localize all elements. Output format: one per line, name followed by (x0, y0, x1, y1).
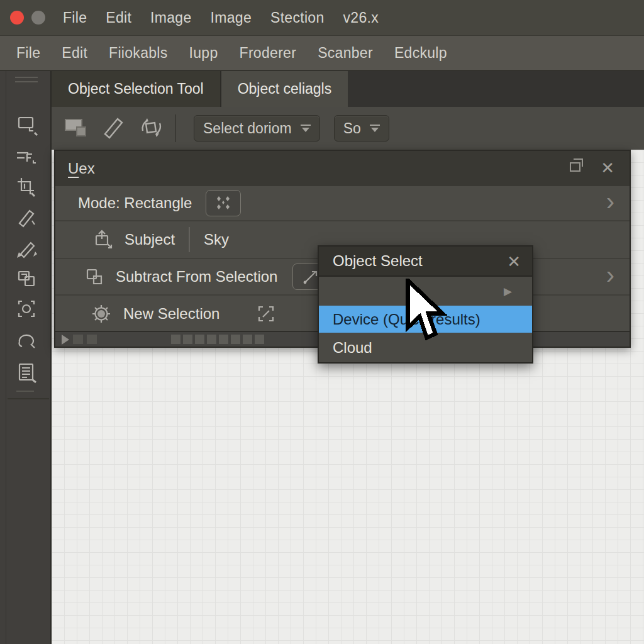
secondary-dropdown-value: So (343, 120, 361, 137)
brush-tool-icon[interactable] (14, 236, 38, 260)
menu2-iupp[interactable]: Iupp (189, 45, 218, 62)
tab-object-selection-tool[interactable]: Object Selection Tool (52, 71, 221, 107)
close-window-button[interactable] (10, 11, 24, 25)
menu-version: v26.x (343, 9, 379, 26)
duplicate-layers-tool-icon[interactable] (14, 266, 38, 290)
sky-label[interactable]: Sky (204, 231, 229, 248)
strip-square-group (171, 335, 264, 344)
minimize-window-button[interactable] (31, 11, 45, 25)
menu-image-2[interactable]: Image (211, 9, 252, 26)
new-selection-gear-icon (89, 302, 113, 326)
menu2-fiiokabls[interactable]: Fiiokabls (109, 45, 167, 62)
close-icon[interactable]: ✕ (507, 253, 521, 270)
layers-icon[interactable] (62, 116, 91, 141)
lasso-tool-icon[interactable] (14, 328, 38, 352)
mode-label: Mode: Rectangle (78, 194, 192, 212)
expand-icon[interactable] (255, 303, 277, 325)
uex-panel-header[interactable]: Uex ✕ (55, 151, 630, 186)
menu-bar: File Edit Fiiokabls Iupp Froderer Scanbe… (0, 36, 644, 71)
menu-stection[interactable]: Stection (270, 9, 325, 26)
sidebar-separator (8, 398, 49, 399)
menu-file[interactable]: File (63, 9, 87, 26)
sparkle-button[interactable] (206, 190, 241, 216)
pencil-tool-icon[interactable] (14, 204, 38, 228)
selection-mode-dropdown[interactable]: Select doriom (194, 115, 320, 142)
top-menu: File Edit Image Image Stection v26.x (63, 9, 379, 26)
dropdown-arrow-icon (301, 125, 311, 132)
restore-window-icon[interactable] (570, 162, 580, 172)
options-toolbar: Select doriom So (52, 107, 644, 150)
tab-object-celiagls[interactable]: Object celiagls (221, 71, 348, 107)
menu-edit[interactable]: Edit (106, 9, 131, 26)
menu2-scanber[interactable]: Scanber (318, 45, 373, 62)
strip-square (87, 335, 97, 344)
menu2-edckulp[interactable]: Edckulp (394, 45, 447, 62)
chevron-right-icon[interactable]: › (606, 189, 614, 214)
sidebar-separator (16, 391, 34, 392)
sparkle-icon (213, 194, 234, 213)
mode-row[interactable]: Mode: Rectangle › (55, 186, 630, 221)
menu2-edit[interactable]: Edit (62, 45, 87, 62)
tool-sidebar (0, 71, 52, 644)
crop-tool-icon[interactable] (14, 175, 38, 199)
secondary-dropdown[interactable]: So (334, 115, 389, 142)
menu2-froderer[interactable]: Froderer (240, 45, 297, 62)
pencil-icon[interactable] (101, 116, 127, 141)
rotate-sync-icon[interactable] (137, 116, 165, 141)
new-selection-label: New Selection (123, 305, 219, 323)
strip-square (73, 335, 83, 344)
application-window: File Edit Image Image Stection v26.x Fil… (0, 0, 644, 644)
document-list-tool-icon[interactable] (14, 360, 38, 384)
export-subject-icon (92, 228, 114, 251)
mouse-cursor (403, 279, 447, 347)
popup-title: Object Select (333, 252, 423, 270)
play-triangle-icon[interactable] (62, 335, 69, 345)
title-bar: File Edit Image Image Stection v26.x (0, 0, 644, 36)
tool-options-tabs: Object Selection Tool Object celiagls (52, 71, 644, 107)
menu-image[interactable]: Image (150, 9, 191, 26)
submenu-arrow-icon: ▶ (504, 285, 512, 298)
row-divider (189, 227, 190, 252)
subtract-label: Subtract From Selection (116, 268, 277, 286)
popup-header[interactable]: Object Select ✕ (319, 247, 532, 277)
uex-panel-title: Uex (68, 160, 95, 177)
focus-target-tool-icon[interactable] (14, 297, 38, 321)
rectangle-select-tool-icon[interactable] (14, 113, 38, 136)
toolbar-divider (175, 114, 176, 142)
selection-mode-value: Select doriom (203, 120, 292, 137)
subtract-shapes-icon (83, 265, 106, 288)
sidebar-drag-handle[interactable] (15, 77, 38, 86)
chevron-right-icon[interactable]: › (606, 262, 614, 287)
subject-label: Subject (125, 231, 175, 248)
close-icon[interactable]: ✕ (601, 160, 614, 176)
dropdown-arrow-icon (370, 125, 380, 132)
type-tool-icon[interactable] (14, 145, 38, 169)
menu2-file[interactable]: File (16, 45, 40, 62)
